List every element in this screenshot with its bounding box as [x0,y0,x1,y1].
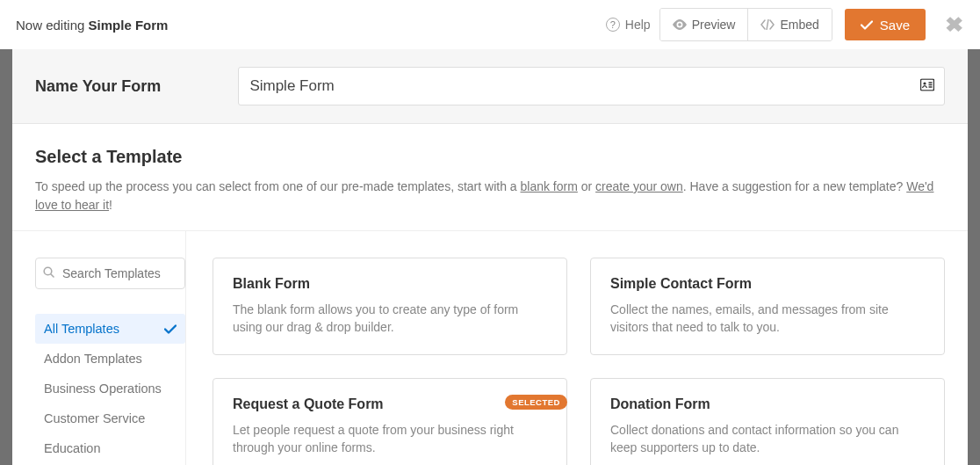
template-title: Simple Contact Form [610,276,925,292]
preview-button[interactable]: Preview [660,9,748,40]
category-label: Addon Templates [44,352,142,366]
close-button[interactable]: ✖ [945,14,964,34]
category-label: Customer Service [44,411,145,425]
search-input[interactable] [35,258,185,289]
preview-embed-group: Preview Embed [659,8,832,41]
help-icon: ? [606,18,620,32]
selected-badge: SELECTED [505,395,567,410]
svg-point-2 [923,82,926,84]
category-all-templates[interactable]: All Templates [35,314,185,344]
category-customer-service[interactable]: Customer Service [35,403,185,433]
template-title: Request a Quote Form [233,396,547,412]
select-template-section: Select a Template To speed up the proces… [12,124,968,231]
form-name-input[interactable] [238,67,945,105]
template-title: Donation Form [610,396,925,412]
help-label: Help [625,18,651,32]
templates-grid: Blank Form The blank form allows you to … [186,231,945,465]
card-icon [920,79,934,94]
category-sidebar: All Templates Addon Templates Business O… [35,231,186,465]
preview-label: Preview [692,18,736,32]
embed-label: Embed [780,18,818,32]
help-button[interactable]: ? Help [606,18,651,32]
create-own-link[interactable]: create your own [595,179,683,193]
eye-icon [673,19,687,30]
template-desc: Let people request a quote from your bus… [233,421,547,457]
blank-form-link[interactable]: blank form [521,179,578,193]
editing-prefix: Now editing [16,18,84,33]
name-bar: Name Your Form [12,49,968,124]
select-heading: Select a Template [35,147,945,167]
template-card-blank[interactable]: Blank Form The blank form allows you to … [213,258,567,355]
category-education[interactable]: Education [35,433,185,463]
check-icon [861,20,873,30]
embed-button[interactable]: Embed [747,9,831,40]
select-intro: To speed up the process you can select f… [35,178,945,214]
left-bar [0,49,12,465]
category-addon-templates[interactable]: Addon Templates [35,344,185,374]
editing-name: Simple Form [89,18,169,33]
name-label: Name Your Form [35,77,161,96]
svg-line-7 [51,274,54,277]
top-bar: Now editing Simple Form ? Help Preview E… [0,0,980,49]
template-desc: Collect donations and contact informatio… [610,421,925,457]
category-label: All Templates [44,322,119,336]
right-bar [968,49,980,465]
category-label: Business Operations [44,381,162,396]
template-card-request-quote[interactable]: SELECTED Request a Quote Form Let people… [213,378,567,465]
category-label: Education [44,441,101,455]
save-button[interactable]: Save [845,9,926,40]
search-icon [43,266,54,280]
template-card-simple-contact[interactable]: Simple Contact Form Collect the names, e… [590,258,945,355]
save-label: Save [880,18,910,33]
template-desc: The blank form allows you to create any … [233,301,547,337]
template-desc: Collect the names, emails, and messages … [610,301,925,337]
template-card-donation[interactable]: Donation Form Collect donations and cont… [590,378,945,465]
code-icon [760,19,775,30]
template-title: Blank Form [233,276,547,292]
check-icon [164,324,177,334]
svg-point-0 [678,23,681,26]
editing-label: Now editing Simple Form [16,18,168,33]
category-business-operations[interactable]: Business Operations [35,374,185,403]
